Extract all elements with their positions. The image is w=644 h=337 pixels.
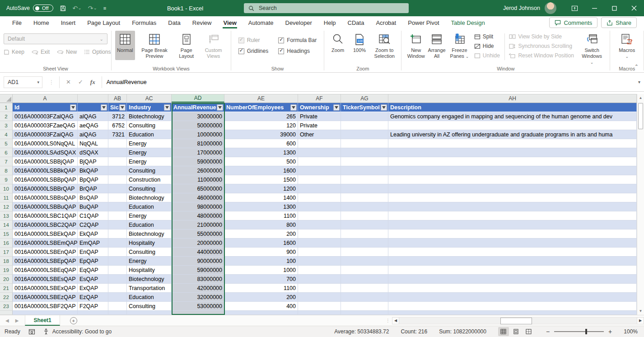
zoom-out-icon[interactable]: − [546, 328, 550, 335]
row-header[interactable]: 22 [0, 293, 13, 302]
grid-cell[interactable] [108, 220, 127, 229]
grid-cell[interactable]: Biotechnology [127, 229, 172, 239]
grid-cell[interactable] [108, 166, 127, 175]
grid-cell[interactable]: 46000000 [172, 193, 224, 202]
grid-cell[interactable]: 0016A00000LSBBsQAP [13, 193, 78, 202]
grid-cell[interactable]: Hospitality [127, 266, 172, 275]
grid-cell[interactable]: 6752 [108, 121, 127, 130]
grid-cell[interactable]: 3712 [108, 112, 127, 121]
grid-cell[interactable] [388, 148, 637, 157]
grid-cell[interactable]: 0016A00000LS0NqQAL [13, 139, 78, 148]
ribbon-display-options-icon[interactable] [565, 0, 584, 16]
grid-cell[interactable] [388, 220, 637, 229]
filter-button[interactable] [101, 104, 107, 111]
save-icon[interactable] [60, 5, 66, 12]
grid-cell[interactable] [108, 211, 127, 220]
grid-cell[interactable] [388, 121, 637, 130]
grid-cell[interactable]: 90000000 [172, 257, 224, 266]
grid-cell[interactable] [298, 157, 341, 166]
ruler-checkbox[interactable]: Ruler [238, 37, 268, 43]
new-sheet-view-button[interactable]: New [57, 49, 77, 55]
grid-cell[interactable] [108, 202, 127, 211]
column-header-A[interactable]: A [13, 94, 78, 103]
grid-cell[interactable]: 700 [224, 275, 298, 284]
grid-cell[interactable]: 0016A00000LSBBjQAP [13, 157, 78, 166]
freeze-panes-button[interactable]: ✱ Freeze Panes ⌄ [447, 31, 472, 61]
column-header-hidden[interactable] [78, 94, 108, 103]
grid-cell[interactable] [108, 229, 127, 239]
row-header[interactable]: 9 [0, 175, 13, 184]
grid-cell[interactable]: 1100 [224, 211, 298, 220]
zoom-button[interactable]: Zoom [328, 31, 348, 60]
grid-cell[interactable]: 0016A00000LSBEpQAP [13, 257, 78, 266]
search-box[interactable]: Search [244, 3, 409, 13]
filter-button[interactable] [70, 104, 76, 111]
grid-cell[interactable] [341, 293, 388, 302]
grid-cell[interactable] [108, 275, 127, 284]
grid-cell[interactable]: 32000000 [172, 293, 224, 302]
grid-cell[interactable] [388, 248, 637, 257]
grid-cell[interactable]: 26000000 [172, 166, 224, 175]
grid-cell[interactable] [108, 175, 127, 184]
table-header-cell-tickersymbol[interactable]: TickerSymbol [341, 103, 388, 112]
arrange-all-button[interactable]: Arrange All [427, 31, 447, 60]
grid-cell[interactable] [388, 139, 637, 148]
status-normal-view-button[interactable] [498, 327, 509, 336]
switch-windows-button[interactable]: Switch Windows ⌄ [578, 31, 607, 66]
grid-cell[interactable]: Energy [127, 148, 172, 157]
row-header[interactable]: 13 [0, 211, 13, 220]
row-header[interactable]: 2 [0, 112, 13, 121]
grid-cell[interactable]: 0016A00000LSBBrQAP [13, 184, 78, 193]
grid-cell[interactable]: Education [127, 202, 172, 211]
grid-cell[interactable] [388, 157, 637, 166]
filter-button[interactable] [164, 104, 170, 111]
tab-scroll-splitter[interactable]: ⋮ [386, 315, 392, 326]
grid-cell[interactable]: Consulting [127, 121, 172, 130]
keep-sheet-view-button[interactable]: Keep [4, 49, 24, 55]
autosave-toggle[interactable]: AutoSave Off [6, 5, 53, 12]
insert-function-icon[interactable]: fx [90, 79, 95, 86]
grid-cell[interactable]: 0016A00000LSBBkQAP [13, 166, 78, 175]
zoom-to-selection-button[interactable]: Zoom to Selection [371, 31, 397, 60]
grid-cell[interactable] [341, 302, 388, 311]
grid-cell[interactable]: EqQAP [78, 266, 108, 275]
grid-cell[interactable]: 48000000 [172, 211, 224, 220]
grid-cell[interactable]: BkQAP [78, 166, 108, 175]
macro-record-icon[interactable] [28, 329, 35, 335]
grid-cell[interactable] [388, 202, 637, 211]
grid-cell[interactable] [388, 184, 637, 193]
grid-cell[interactable]: 83000000 [172, 275, 224, 284]
grid-cell[interactable] [298, 266, 341, 275]
grid-cell[interactable]: Hospitality [127, 239, 172, 248]
row-header[interactable]: 1 [0, 103, 13, 112]
tab-file[interactable]: File [6, 16, 28, 29]
grid-cell[interactable]: 21000000 [172, 220, 224, 229]
page-layout-view-button[interactable]: Page Layout [174, 31, 199, 60]
grid-cell[interactable]: 44000000 [172, 248, 224, 257]
grid-cell[interactable]: 500 [224, 157, 298, 166]
tab-help[interactable]: Help [318, 16, 342, 29]
grid-cell[interactable] [298, 211, 341, 220]
row-header[interactable] [0, 311, 13, 315]
grid-cell[interactable]: BpQAP [78, 175, 108, 184]
horizontal-scrollbar[interactable]: ◀ ▶ [392, 315, 644, 326]
grid-cell[interactable] [298, 220, 341, 229]
grid-cell[interactable] [78, 311, 108, 315]
close-button[interactable] [624, 0, 644, 16]
grid-cell[interactable]: 200 [224, 293, 298, 302]
grid-cell[interactable]: Consulting [127, 166, 172, 175]
tab-data[interactable]: Data [162, 16, 186, 29]
grid-cell[interactable] [108, 293, 127, 302]
grid-cell[interactable]: EkQAP [78, 229, 108, 239]
sheet-view-selector[interactable]: Default⌄ [4, 33, 107, 44]
undo-icon[interactable]: ↶⌄ [73, 5, 82, 11]
column-header-AG[interactable]: AG [341, 94, 388, 103]
row-header[interactable]: 20 [0, 275, 13, 284]
grid-cell[interactable] [298, 239, 341, 248]
grid-cell[interactable] [388, 266, 637, 275]
vertical-scrollbar[interactable]: ▲ ▼ [637, 94, 644, 315]
filter-button[interactable] [333, 104, 340, 111]
maximize-button[interactable] [604, 0, 624, 16]
comments-button[interactable]: Comments [549, 17, 597, 28]
vertical-scrollbar-thumb[interactable] [638, 103, 643, 129]
